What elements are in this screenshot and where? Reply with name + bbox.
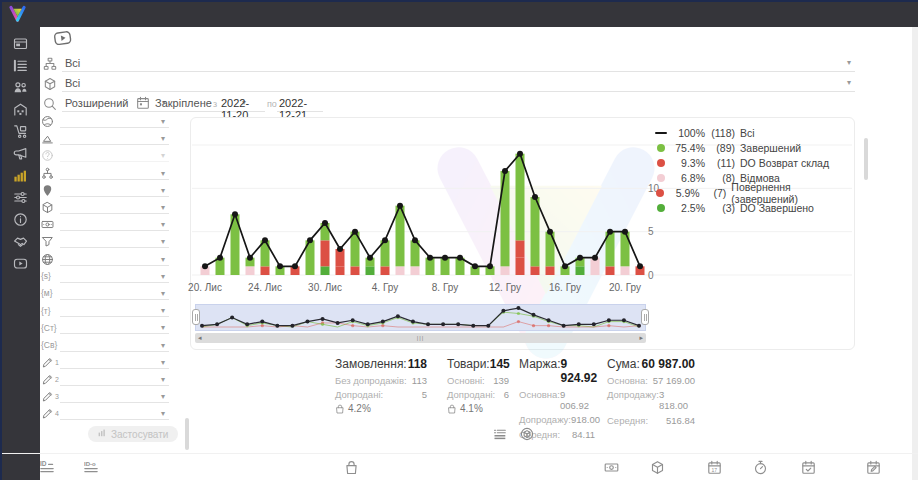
filter-select-0[interactable]: ▾ <box>60 115 169 128</box>
stat-title: Маржа: <box>519 357 561 371</box>
stat-sub-label: Без допродажів: <box>335 375 407 386</box>
filter-funnel-icon <box>41 235 54 248</box>
scrollbar-grip[interactable]: ||| <box>417 333 425 343</box>
chevron-down-icon: ▾ <box>161 290 165 298</box>
filter-row-7: ▾ <box>41 233 169 250</box>
sidebar-item-warehouse[interactable] <box>0 98 40 120</box>
filter-select-8[interactable]: ▾ <box>60 253 169 266</box>
chevron-down-icon: ▾ <box>847 79 851 87</box>
sidebar-item-settings-sliders[interactable] <box>0 186 40 208</box>
sidebar-item-dashboard[interactable] <box>0 32 40 54</box>
column-header-money-icon[interactable] <box>604 460 619 475</box>
sidebar-item-info[interactable] <box>0 208 40 230</box>
filter-select-10[interactable]: ▾ <box>60 287 169 300</box>
sidebar-item-video[interactable] <box>0 252 40 274</box>
legend-item-1[interactable]: 75.4%(89)Завершений <box>654 140 846 155</box>
brace-label: {т} <box>41 304 60 317</box>
stat-value: 60 987.00 <box>642 357 695 371</box>
money-icon <box>41 218 60 231</box>
date-to-input[interactable]: 2022-12-21 <box>277 95 323 112</box>
filter-select-1[interactable]: ▾ <box>60 132 169 145</box>
stat-sub-value: 84.11 <box>572 429 595 440</box>
sidebar-item-analytics-chart[interactable] <box>0 164 40 186</box>
hierarchy-icon <box>41 167 54 180</box>
legend-label: DO Возврат склад <box>740 157 829 169</box>
filter-select-2[interactable]: ▾ <box>60 149 169 162</box>
legend-count: (7) <box>700 187 727 199</box>
scroll-right-arrow[interactable]: ▸ <box>639 333 643 343</box>
column-header-cube-icon[interactable] <box>650 460 665 475</box>
panel-scrollbar-thumb[interactable] <box>864 138 868 180</box>
legend-label: DO Завершено <box>740 202 814 214</box>
chevron-down-icon: ▾ <box>161 187 165 195</box>
brace-label-text: {т} <box>41 306 51 316</box>
pencil-index: 3 <box>55 393 59 400</box>
bag-icon <box>447 404 457 414</box>
window-scrollbar-track[interactable] <box>912 27 918 480</box>
column-header-bag-icon[interactable] <box>344 460 359 475</box>
column-header-calendar-date-icon[interactable]: 17 <box>707 460 722 475</box>
svg-text:20. Лис: 20. Лис <box>188 282 222 293</box>
scroll-left-arrow[interactable]: ◂ <box>198 333 202 343</box>
filter-select-16[interactable]: ▾ <box>60 390 169 403</box>
stat-sub-value: 139 <box>493 375 509 386</box>
legend-item-0[interactable]: 100%(118)Всі <box>654 125 846 140</box>
chart-scrollbar[interactable]: ◂ ||| ▸ <box>195 333 646 343</box>
sidebar-item-customers[interactable] <box>0 76 40 98</box>
column-header-calendar-check-icon[interactable] <box>801 460 816 475</box>
filter-select-3[interactable]: ▾ <box>60 167 169 180</box>
chevron-down-icon: ▾ <box>161 152 165 160</box>
range-handle-left[interactable] <box>192 309 200 325</box>
sidebar-item-handshake[interactable] <box>0 230 40 252</box>
filter-select-14[interactable]: ▾ <box>60 356 169 369</box>
stat-sub-value: 516.84 <box>666 415 695 426</box>
legend-dot-swatch <box>657 174 665 182</box>
filter-select-4[interactable]: ▾ <box>60 184 169 197</box>
filter-select-15[interactable]: ▾ <box>60 373 169 386</box>
list-view-toggle[interactable] <box>493 427 507 441</box>
product-select[interactable]: Всі ▾ <box>62 75 855 92</box>
help-circle-icon <box>41 149 54 162</box>
filter-select-17[interactable]: ▾ <box>60 407 169 420</box>
table-header-row: IDID-o17 <box>0 453 918 480</box>
apply-filters-button[interactable]: Застосувати <box>88 426 178 442</box>
location-pin-icon <box>41 184 60 197</box>
column-header-id-list-icon[interactable]: ID <box>40 460 55 475</box>
filter-select-9[interactable]: ▾ <box>60 270 169 283</box>
filter-select-5[interactable]: ▾ <box>60 201 169 214</box>
filter-select-6[interactable]: ▾ <box>60 218 169 231</box>
calendar-date-icon: 17 <box>707 460 722 475</box>
cube-view-toggle[interactable] <box>520 427 534 441</box>
top-bar <box>0 0 918 27</box>
column-header-timer-icon[interactable] <box>753 460 768 475</box>
filter-select-7[interactable]: ▾ <box>60 235 169 248</box>
filter-select-13[interactable]: ▾ <box>60 339 169 352</box>
sidebar-item-megaphone[interactable] <box>0 142 40 164</box>
column-header-calendar-edit-icon[interactable] <box>866 460 881 475</box>
svg-text:30. Лис: 30. Лис <box>308 282 342 293</box>
filter-select-11[interactable]: ▾ <box>60 304 169 317</box>
filter-scrollbar-thumb[interactable] <box>185 418 189 450</box>
window-edge-top <box>0 0 918 2</box>
column-header-id-dash-icon[interactable]: ID-o <box>84 460 99 475</box>
stat-sub-value: 57 169.00 <box>653 375 695 386</box>
timer-icon <box>753 460 768 475</box>
legend-item-2[interactable]: 9.3%(11)DO Возврат склад <box>654 155 846 170</box>
range-handle-right[interactable] <box>641 309 649 325</box>
stat-sub-value: 918.00 <box>571 414 600 425</box>
sidebar-item-orders-list[interactable] <box>0 54 40 76</box>
chevron-down-icon: ▾ <box>847 59 851 67</box>
chevron-down-icon: ▾ <box>161 238 165 246</box>
legend-item-4[interactable]: 5.9%(7)Повернення (завершений) <box>654 185 846 200</box>
sidebar-item-cart[interactable] <box>0 120 40 142</box>
tutorial-video-button[interactable] <box>50 27 75 48</box>
filter-select-12[interactable]: ▾ <box>60 321 169 334</box>
calendar-edit-icon <box>866 460 881 475</box>
location-pin-icon <box>41 184 54 197</box>
legend-dot-swatch <box>657 159 665 167</box>
apply-button-label: Застосувати <box>111 429 168 440</box>
svg-text:ID: ID <box>40 460 47 467</box>
date-from-input[interactable]: 2022-11-20 <box>219 95 265 112</box>
cube-icon <box>41 201 60 214</box>
source-select[interactable]: Всі ▾ <box>62 55 855 72</box>
